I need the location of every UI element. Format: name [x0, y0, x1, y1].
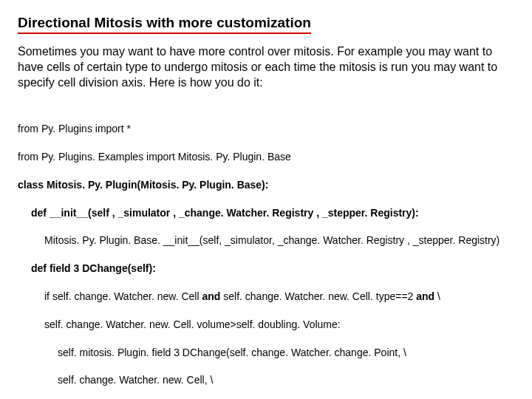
code-bold: and: [202, 290, 220, 302]
code-line: self. mitosis. Plugin. field 3 DChange(s…: [18, 346, 514, 360]
code-text: \: [434, 290, 440, 302]
code-line: from Py. Plugins import *: [18, 122, 514, 136]
code-line: if self. change. Watcher. new. Cell and …: [18, 290, 514, 304]
code-line: self. change. Watcher. new. Cell, \: [18, 373, 514, 387]
code-line: class Mitosis. Py. Plugin(Mitosis. Py. P…: [18, 178, 514, 192]
code-text: self. change. Watcher. new. Cell. type==…: [220, 290, 416, 302]
code-block: from Py. Plugins import * from Py. Plugi…: [18, 108, 514, 399]
code-line: self. change. Watcher. new. Cell. volume…: [18, 318, 514, 332]
code-bold: and: [416, 290, 434, 302]
code-bold: def __init__(self , _simulator , _change…: [31, 207, 419, 219]
code-line: Mitosis. Py. Plugin. Base. __init__(self…: [18, 233, 514, 248]
code-line: from Py. Plugins. Examples import Mitosi…: [18, 150, 514, 164]
code-line: def __init__(self , _simulator , _change…: [18, 206, 514, 220]
code-text: if self. change. Watcher. new. Cell: [44, 290, 202, 302]
slide-title: Directional Mitosis with more customizat…: [18, 15, 311, 34]
code-bold: class Mitosis. Py. Plugin(Mitosis. Py. P…: [18, 179, 268, 191]
code-line: def field 3 DChange(self):: [18, 262, 514, 276]
code-bold: def field 3 DChange(self):: [31, 262, 156, 274]
intro-paragraph: Sometimes you may want to have more cont…: [18, 44, 514, 90]
